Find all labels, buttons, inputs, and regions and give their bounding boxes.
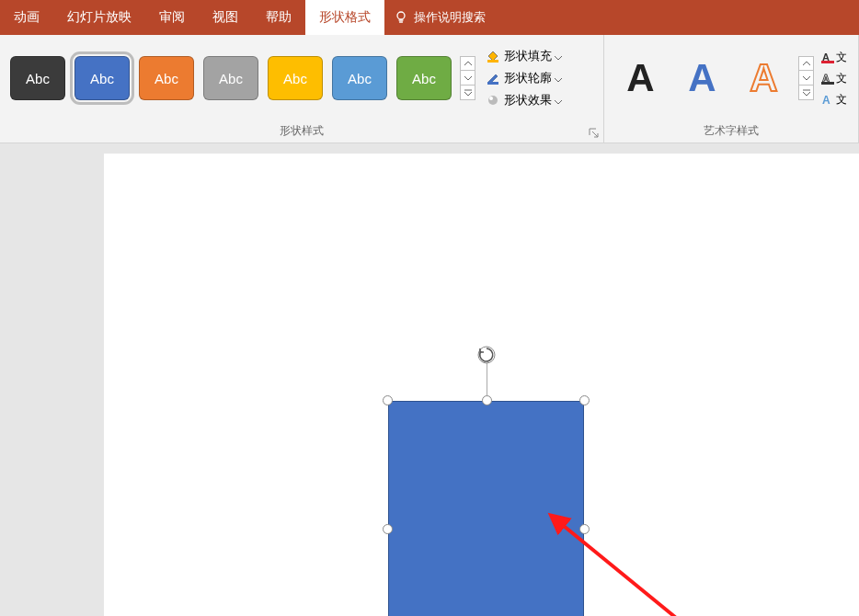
shape-style-gallery: Abc Abc Abc Abc Abc Abc Abc xyxy=(6,56,475,100)
style-swatch-gray[interactable]: Abc xyxy=(203,56,258,100)
ribbon-tabs: 动画 幻灯片放映 审阅 视图 帮助 形状格式 操作说明搜索 xyxy=(0,0,859,35)
resize-handle-tm[interactable] xyxy=(482,395,492,405)
text-effects-button[interactable]: A 文 xyxy=(818,89,851,110)
chevron-down-icon xyxy=(555,94,562,108)
style-swatch-sky[interactable]: Abc xyxy=(332,56,387,100)
chevron-up-icon xyxy=(803,62,810,66)
style-swatch-black[interactable]: Abc xyxy=(10,56,65,100)
wordart-style-orange-outline[interactable]: A xyxy=(739,53,789,104)
chevron-down-icon xyxy=(555,50,562,63)
tab-view[interactable]: 视图 xyxy=(199,0,252,35)
text-effects-icon: A xyxy=(821,93,834,106)
group-label-shape-styles: 形状样式 xyxy=(0,121,603,143)
tab-animation[interactable]: 动画 xyxy=(0,0,53,35)
group-label-wordart-styles: 艺术字样式 xyxy=(604,121,858,143)
gallery-spinner xyxy=(460,56,475,100)
lightbulb-icon xyxy=(394,10,408,25)
svg-point-4 xyxy=(489,97,493,100)
group-wordart-styles: A A A A 文 A 文 A xyxy=(604,35,859,143)
style-swatch-blue[interactable]: Abc xyxy=(74,56,130,100)
shape-styles-launcher[interactable] xyxy=(589,128,600,139)
workspace xyxy=(0,143,859,616)
wordart-gallery: A A A xyxy=(610,53,814,104)
text-fill-button[interactable]: A 文 xyxy=(818,47,851,68)
chevron-down-icon xyxy=(803,75,810,80)
shape-outline-button[interactable]: 形状轮廓 xyxy=(479,67,567,89)
wordart-glyph: A xyxy=(688,56,716,100)
resize-handle-tr[interactable] xyxy=(579,395,590,405)
text-outline-label: 文 xyxy=(836,71,847,86)
svg-text:A: A xyxy=(822,94,830,106)
shape-outline-label: 形状轮廓 xyxy=(504,70,552,86)
chevron-up-icon xyxy=(464,62,472,66)
resize-handle-mr[interactable] xyxy=(579,524,590,534)
chevron-down-icon xyxy=(464,75,472,80)
wordart-gallery-spinner xyxy=(798,56,814,100)
wordart-up-button[interactable] xyxy=(798,56,814,71)
chevron-down-icon xyxy=(555,72,562,86)
shape-fill-button[interactable]: 形状填充 xyxy=(479,45,567,67)
shape-effects-button[interactable]: 形状效果 xyxy=(479,89,567,111)
tab-help[interactable]: 帮助 xyxy=(252,0,305,35)
shape-menus: 形状填充 形状轮廓 形状效果 xyxy=(479,45,567,111)
resize-handle-ml[interactable] xyxy=(383,524,393,534)
wordart-style-blue[interactable]: A xyxy=(677,53,727,104)
pen-icon xyxy=(485,70,501,86)
shape-effects-label: 形状效果 xyxy=(504,92,552,108)
svg-rect-6 xyxy=(821,61,834,63)
ribbon: Abc Abc Abc Abc Abc Abc Abc 形状填充 xyxy=(0,35,859,143)
group-label-shape-styles-text: 形状样式 xyxy=(280,124,324,137)
shape-rectangle[interactable] xyxy=(388,401,584,616)
gallery-down-button[interactable] xyxy=(460,71,475,86)
wordart-style-black[interactable]: A xyxy=(615,53,666,104)
wordart-glyph: A xyxy=(626,56,654,100)
wordart-glyph: A xyxy=(750,56,777,100)
rotation-stem xyxy=(487,363,487,395)
shape-fill-label: 形状填充 xyxy=(504,48,552,64)
rotate-icon xyxy=(476,345,497,365)
text-effects-label: 文 xyxy=(836,92,847,108)
style-swatch-orange[interactable]: Abc xyxy=(139,56,194,100)
style-swatch-green[interactable]: Abc xyxy=(396,56,452,100)
tell-me-placeholder: 操作说明搜索 xyxy=(414,9,486,26)
effects-icon xyxy=(485,92,501,108)
tell-me-search[interactable]: 操作说明搜索 xyxy=(384,0,495,35)
tab-slideshow[interactable]: 幻灯片放映 xyxy=(53,0,145,35)
svg-rect-8 xyxy=(821,82,834,85)
wordart-down-button[interactable] xyxy=(798,71,814,86)
group-shape-styles: Abc Abc Abc Abc Abc Abc Abc 形状填充 xyxy=(0,35,604,143)
text-fill-icon: A xyxy=(821,51,834,63)
rotation-handle[interactable] xyxy=(476,345,497,365)
text-menus: A 文 A 文 A 文 xyxy=(818,47,851,110)
selected-shape[interactable] xyxy=(383,395,590,616)
svg-point-3 xyxy=(488,96,498,105)
tab-review[interactable]: 审阅 xyxy=(145,0,199,35)
resize-handle-tl[interactable] xyxy=(383,395,393,405)
more-icon xyxy=(464,89,472,96)
wordart-more-button[interactable] xyxy=(798,86,814,100)
text-outline-button[interactable]: A 文 xyxy=(818,68,851,89)
text-outline-icon: A xyxy=(821,72,834,85)
tab-shape-format[interactable]: 形状格式 xyxy=(305,0,384,35)
svg-rect-1 xyxy=(487,60,498,63)
style-swatch-yellow[interactable]: Abc xyxy=(268,56,323,100)
svg-rect-2 xyxy=(487,82,498,85)
text-fill-label: 文 xyxy=(836,50,847,65)
gallery-more-button[interactable] xyxy=(460,86,475,100)
paint-bucket-icon xyxy=(485,48,501,64)
more-icon xyxy=(803,89,810,96)
svg-point-0 xyxy=(397,12,405,19)
group-label-wordart-styles-text: 艺术字样式 xyxy=(704,124,759,137)
gallery-up-button[interactable] xyxy=(460,56,475,71)
